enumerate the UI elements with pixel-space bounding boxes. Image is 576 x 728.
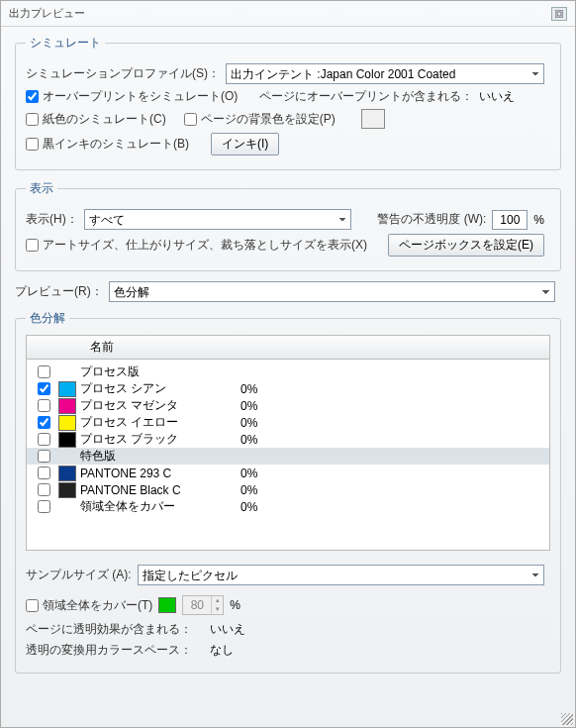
separation-name: 領域全体をカバー: [80, 498, 240, 515]
cover-value-input[interactable]: [183, 596, 211, 614]
separation-checkbox[interactable]: [38, 483, 50, 496]
separation-row[interactable]: プロセス イエロー0%: [27, 414, 549, 431]
cover-percent: %: [230, 598, 240, 612]
show-select[interactable]: すべて: [84, 209, 351, 230]
separation-value: 0%: [240, 399, 257, 413]
output-preview-window: 出力プレビュー シミュレート シミュレーションプロファイル(S)： 出力インテン…: [0, 0, 576, 728]
blackink-checkbox[interactable]: [26, 138, 39, 151]
overprint-label: オーバープリントをシミュレート(O): [43, 88, 238, 105]
separation-checkbox[interactable]: [38, 467, 50, 479]
blackink-label: 黒インキのシミュレート(B): [43, 136, 189, 153]
separation-name: プロセス シアン: [80, 380, 240, 397]
separation-value: 0%: [240, 483, 257, 497]
simulate-group: シミュレート シミュレーションプロファイル(S)： 出力インテント :Japan…: [15, 35, 561, 170]
artsize-label: アートサイズ、仕上がりサイズ、裁ち落としサイズを表示(X): [43, 237, 367, 254]
separation-row[interactable]: プロセス マゼンタ0%: [27, 397, 549, 414]
separation-name: 特色版: [80, 448, 240, 465]
spinner-up-icon[interactable]: ▲: [211, 596, 223, 605]
trans-contains-label: ページに透明効果が含まれる：: [26, 621, 192, 638]
cover-value-spinner[interactable]: ▲▼: [182, 595, 224, 615]
svg-rect-0: [555, 10, 563, 18]
separation-swatch: [58, 415, 76, 431]
window-title: 出力プレビュー: [9, 6, 551, 21]
pagebox-button[interactable]: ページボックスを設定(E): [388, 234, 544, 257]
separation-checkbox[interactable]: [38, 365, 50, 378]
ink-button[interactable]: インキ(I): [211, 133, 279, 156]
separation-name: PANTONE 293 C: [80, 467, 240, 480]
separation-name: プロセス イエロー: [80, 414, 240, 431]
spinner-down-icon[interactable]: ▼: [211, 605, 223, 614]
trans-contains-value: いいえ: [210, 621, 245, 638]
overprint-contains-value: いいえ: [479, 88, 515, 105]
separation-value: 0%: [240, 416, 257, 430]
bgcolor-label: ページの背景色を設定(P): [201, 111, 336, 128]
separation-value: 0%: [240, 467, 257, 480]
separation-value: 0%: [240, 433, 257, 447]
bgcolor-checkbox[interactable]: [184, 113, 197, 126]
separation-value: 0%: [240, 500, 257, 514]
show-label: 表示(H)：: [26, 211, 78, 228]
close-button[interactable]: [551, 7, 567, 21]
sample-size-label: サンプルサイズ (A):: [26, 567, 132, 583]
paper-checkbox[interactable]: [26, 113, 39, 126]
display-legend: 表示: [26, 180, 57, 197]
separation-row[interactable]: PANTONE 293 C0%: [27, 465, 549, 481]
separation-name: プロセス マゼンタ: [80, 397, 240, 414]
separation-value: 0%: [240, 382, 257, 396]
bgcolor-swatch[interactable]: [361, 109, 385, 129]
separation-swatch: [58, 398, 76, 414]
separation-checkbox[interactable]: [38, 399, 50, 412]
separations-legend: 色分解: [26, 310, 69, 327]
simulate-legend: シミュレート: [26, 35, 105, 52]
warn-opacity-input[interactable]: [492, 210, 528, 230]
separation-swatch: [58, 466, 76, 481]
separation-swatch: [58, 381, 76, 397]
separation-checkbox[interactable]: [38, 433, 50, 446]
preview-select[interactable]: 色分解: [109, 281, 555, 302]
separations-group: 色分解 名前 プロセス版プロセス シアン0%プロセス マゼンタ0%プロセス イエ…: [15, 310, 561, 674]
cover-label: 領域全体をカバー(T): [43, 597, 152, 614]
separation-row[interactable]: 領域全体をカバー0%: [27, 498, 549, 515]
separation-swatch: [58, 432, 76, 448]
separation-row[interactable]: PANTONE Black C0%: [27, 481, 549, 498]
separations-header-name[interactable]: 名前: [27, 336, 549, 360]
separation-name: プロセス ブラック: [80, 431, 240, 448]
separation-row[interactable]: プロセス版: [27, 364, 549, 380]
separation-row[interactable]: 特色版: [27, 448, 549, 465]
separation-row[interactable]: プロセス シアン0%: [27, 380, 549, 397]
paper-label: 紙色のシミュレート(C): [43, 111, 166, 128]
display-group: 表示 表示(H)： すべて 警告の不透明度 (W): % アートサイズ、仕上がり…: [15, 180, 561, 271]
trans-space-value: なし: [210, 642, 234, 659]
trans-space-label: 透明の変換用カラースペース：: [26, 642, 192, 659]
separation-row[interactable]: プロセス ブラック0%: [27, 431, 549, 448]
overprint-contains-label: ページにオーバープリントが含まれる：: [259, 88, 473, 105]
cover-checkbox[interactable]: [26, 599, 39, 612]
sim-profile-select[interactable]: 出力インテント :Japan Color 2001 Coated: [226, 63, 544, 84]
artsize-checkbox[interactable]: [26, 239, 39, 252]
warn-label: 警告の不透明度 (W):: [377, 211, 486, 228]
sample-size-select[interactable]: 指定したピクセル: [138, 565, 544, 585]
titlebar: 出力プレビュー: [1, 1, 575, 27]
separation-checkbox[interactable]: [38, 382, 50, 395]
sim-profile-label: シミュレーションプロファイル(S)：: [26, 65, 220, 82]
svg-rect-1: [557, 12, 561, 16]
separation-name: プロセス版: [80, 364, 240, 380]
separation-checkbox[interactable]: [38, 416, 50, 429]
separation-checkbox[interactable]: [38, 450, 50, 463]
separation-checkbox[interactable]: [38, 500, 50, 513]
preview-label: プレビュー(R)：: [15, 283, 103, 300]
separation-name: PANTONE Black C: [80, 483, 240, 497]
separation-swatch: [58, 482, 76, 498]
cover-color-swatch[interactable]: [158, 597, 176, 613]
resize-handle[interactable]: [561, 713, 573, 725]
close-icon: [555, 10, 563, 18]
warn-percent: %: [533, 213, 544, 227]
separations-table: 名前 プロセス版プロセス シアン0%プロセス マゼンタ0%プロセス イエロー0%…: [26, 335, 550, 551]
overprint-checkbox[interactable]: [26, 90, 39, 103]
